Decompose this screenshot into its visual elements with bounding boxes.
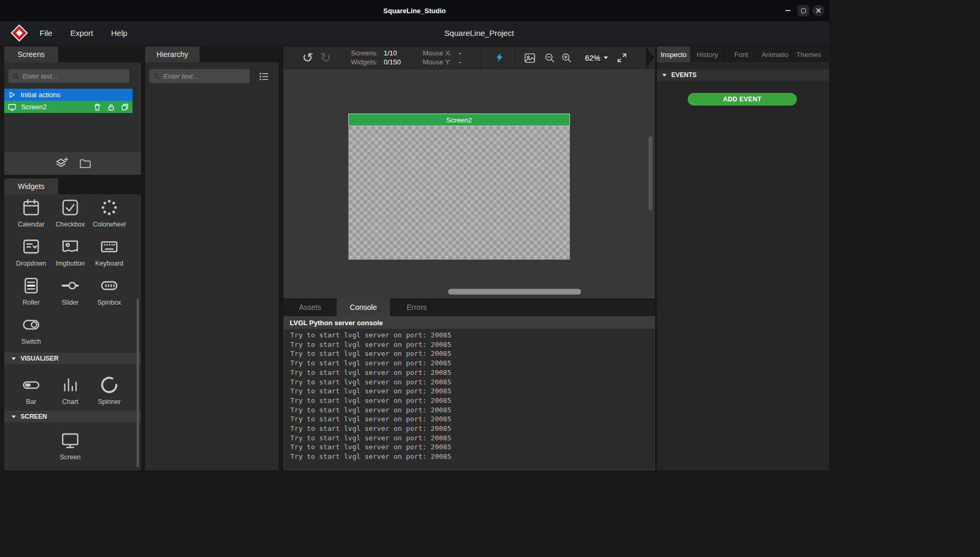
screens-panel: Initial actions Screen2 [4,62,141,152]
widget-label: Keyboard [95,260,123,267]
canvas-horizontal-scrollbar[interactable] [448,289,581,295]
unlock-screen-icon[interactable] [107,103,115,111]
close-icon [816,8,821,13]
window-controls [782,0,824,21]
screen-object-header[interactable]: Screen2 [348,114,570,126]
widget-switch[interactable]: Switch [12,307,51,346]
tab-screens[interactable]: Screens [4,46,58,62]
tab-errors[interactable]: Errors [390,298,443,316]
canvas[interactable]: Screen2 [283,69,655,298]
console-line: Try to start lvgl server on port: 20085 [290,349,654,358]
minimize-button[interactable] [782,5,794,16]
widget-label: Switch [22,338,41,345]
zoom-level-select[interactable]: 62% [580,46,613,69]
widget-label: Colorwheel [93,221,126,228]
screen-object: Screen2 [348,114,570,260]
screens-list-item-screen2[interactable]: Screen2 [4,101,132,113]
console-line: Try to start lvgl server on port: 20085 [290,405,654,415]
undo-button[interactable]: ↺ [300,46,315,69]
section-title: SCREEN [21,413,47,420]
tab-animations[interactable]: Animatio [758,46,792,62]
screen-row-actions [93,103,129,111]
search-icon [13,73,19,80]
widget-dropdown[interactable]: Dropdown [12,229,51,268]
widget-label: Chart [62,398,79,405]
tab-font[interactable]: Font [725,46,758,62]
section-collapse-icon [12,416,16,418]
widget-checkbox[interactable]: Checkbox [51,194,90,229]
zoom-in-button[interactable] [559,46,574,69]
widget-label: Checkbox [55,221,85,228]
widget-slider[interactable]: Slider [51,268,90,307]
screens-count-label: Screens: [351,49,384,57]
screen-icon [8,103,16,111]
screens-list-item-initial-actions[interactable]: Initial actions [4,89,132,101]
section-visualiser[interactable]: VISUALISER [4,353,141,364]
widget-colorwheel[interactable]: Colorwheel [90,194,129,229]
screens-search-input[interactable] [23,72,125,80]
app-logo [7,21,31,45]
add-event-button[interactable]: ADD EVENT [688,93,797,106]
widget-label: Calendar [18,221,45,228]
screen-widget-icon [60,430,80,450]
add-screen-button[interactable] [54,156,68,171]
tab-history[interactable]: History [691,46,725,62]
widget-imgbutton[interactable]: Imgbutton [51,229,90,268]
hierarchy-list-view-button[interactable] [256,70,272,83]
widget-roller[interactable]: Roller [12,268,51,307]
widget-keyboard[interactable]: Keyboard [90,229,129,268]
squareline-logo-icon [11,24,28,42]
image-icon [524,52,536,64]
dropdown-icon [21,237,41,257]
tab-console[interactable]: Console [337,298,390,316]
delete-screen-icon[interactable] [93,103,101,111]
widget-bar[interactable]: Bar [12,367,51,407]
section-screen[interactable]: SCREEN [4,411,141,422]
screens-item-label: Initial actions [21,91,60,99]
tab-widgets[interactable]: Widgets [4,178,58,194]
mouse-y-value: - [459,58,461,66]
console-line: Try to start lvgl server on port: 20085 [290,377,654,387]
duplicate-screen-icon[interactable] [121,103,129,111]
widget-calendar[interactable]: Calendar [12,194,51,229]
menu-export[interactable]: Export [61,21,102,45]
panel-collapse-handle[interactable] [646,46,654,69]
tab-assets[interactable]: Assets [283,298,337,316]
maximize-button[interactable] [797,5,809,16]
console-line: Try to start lvgl server on port: 20085 [290,414,654,424]
widget-label: Screen [60,454,81,461]
console-line: Try to start lvgl server on port: 20085 [290,433,654,443]
widget-screen[interactable]: Screen [51,423,90,462]
menu-file[interactable]: File [31,21,61,45]
widget-spinner[interactable]: Spinner [90,367,129,407]
screen-object-body[interactable] [348,126,570,260]
fit-view-button[interactable] [614,46,630,69]
live-preview-button[interactable] [492,46,508,69]
widgets-grid: Calendar Checkbox Colorwheel Dropdown Im… [12,194,129,346]
tab-inspector[interactable]: Inspecto [657,46,691,62]
menu-help[interactable]: Help [102,21,137,45]
canvas-vertical-scrollbar[interactable] [649,136,652,210]
zoom-out-icon [544,52,556,64]
zoom-in-icon [560,52,573,64]
redo-button[interactable]: ↻ [318,46,333,69]
console-output: Try to start lvgl server on port: 20085 … [283,329,655,470]
widgets-count-value: 0/150 [384,58,401,66]
mouse-x-label: Mouse X: [423,49,459,57]
tab-hierarchy[interactable]: Hierarchy [145,46,199,62]
chart-icon [60,375,80,395]
widget-chart[interactable]: Chart [51,367,90,407]
widget-spinbox[interactable]: Spinbox [90,268,129,307]
close-button[interactable] [813,5,824,16]
tab-themes[interactable]: Themes [792,46,826,62]
widget-label: Spinbox [97,299,121,306]
widgets-scrollbar[interactable] [137,298,139,467]
zoom-out-button[interactable] [542,46,557,69]
titlebar: SquareLine_Studio [0,0,829,21]
console-line: Try to start lvgl server on port: 20085 [290,368,654,377]
events-section-header[interactable]: EVENTS [657,69,829,81]
hierarchy-search [149,69,250,83]
hierarchy-search-input[interactable] [164,72,245,80]
screens-folder-button[interactable] [79,157,92,170]
snapshot-button[interactable] [522,46,538,69]
